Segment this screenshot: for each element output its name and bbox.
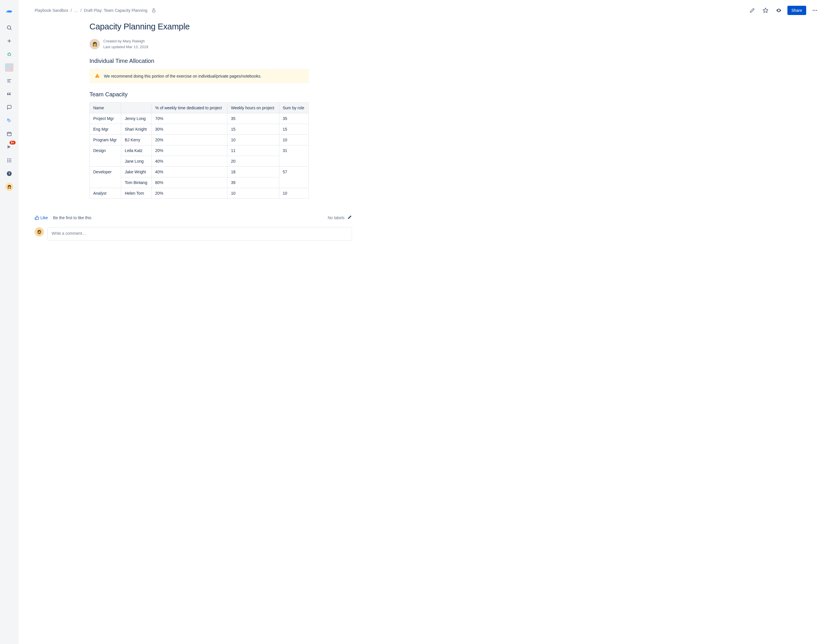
breadcrumb-separator: / (81, 8, 82, 13)
confluence-logo[interactable] (3, 6, 15, 17)
app-switcher-icon[interactable] (3, 154, 15, 166)
cell-sum: 10 (279, 188, 309, 199)
breadcrumb-ellipsis[interactable]: … (74, 8, 78, 13)
svg-rect-31 (152, 10, 155, 12)
section-team-heading: Team Capacity (89, 91, 309, 98)
th-name: Name (90, 103, 121, 113)
star-icon[interactable] (761, 6, 770, 15)
global-sidebar: 9+ ? 👩 (0, 0, 19, 644)
breadcrumbs: Playbook Sandbox / … / Draft Play: Team … (35, 8, 156, 13)
cell-person: Tom Bintang (121, 177, 151, 188)
cell-hours: 15 (228, 124, 279, 135)
cell-person: Jenny Long (121, 113, 151, 124)
page-title: Capacity Planning Example (89, 22, 309, 32)
svg-point-24 (9, 160, 10, 161)
note-text: We recommend doing this portion of the e… (104, 74, 261, 78)
cell-role: Design (90, 145, 121, 167)
create-icon[interactable] (3, 35, 15, 47)
cell-person: Leila Katz (121, 145, 151, 156)
search-icon[interactable] (3, 22, 15, 33)
cell-sum: 10 (279, 135, 309, 145)
page-byline: 👩 Created by Mary Raleigh Last updated M… (89, 38, 309, 49)
warning-icon (95, 73, 100, 79)
share-button[interactable]: Share (787, 6, 806, 15)
page-body: Capacity Planning Example 👩 Created by M… (89, 22, 309, 199)
quote-icon[interactable] (3, 88, 15, 100)
cell-pct: 80% (151, 177, 228, 188)
svg-line-10 (8, 56, 8, 56)
cell-hours: 35 (228, 113, 279, 124)
table-row: Design Leila Katz 20% 11 31 (90, 145, 309, 156)
svg-rect-36 (97, 75, 97, 76)
help-icon[interactable]: ? (3, 168, 15, 180)
svg-text:?: ? (8, 172, 10, 175)
table-row: Developer Jake Wright 40% 18 57 (90, 167, 309, 177)
like-label: Like (40, 215, 48, 220)
svg-point-26 (7, 162, 8, 162)
cell-hours: 10 (228, 188, 279, 199)
cell-person: Shari Knight (121, 124, 151, 135)
cell-role: Program Mgr (90, 135, 121, 145)
svg-rect-4 (8, 53, 10, 56)
table-header-row: Name % of weekly time dedicated to proje… (90, 103, 309, 113)
cell-person: Jane Long (121, 156, 151, 167)
breadcrumb-separator: / (71, 8, 72, 13)
align-left-icon[interactable] (3, 75, 15, 86)
cell-sum: 35 (279, 113, 309, 124)
no-labels-text: No labels (328, 215, 344, 220)
edit-labels-icon[interactable] (347, 215, 352, 220)
table-row: Analyst Helen Tom 20% 10 10 (90, 188, 309, 199)
cell-role: Project Mgr (90, 113, 121, 124)
current-user-avatar[interactable]: 🧔 (35, 227, 44, 237)
cell-sum: 31 (279, 145, 309, 167)
more-actions-icon[interactable] (810, 6, 820, 15)
breadcrumb-page[interactable]: Draft Play: Team Capacity Planning (84, 8, 148, 13)
breadcrumb-space[interactable]: Playbook Sandbox (35, 8, 68, 13)
svg-point-22 (10, 158, 11, 159)
space-shortcut-icon[interactable] (3, 62, 15, 73)
main-content: Playbook Sandbox / … / Draft Play: Team … (19, 0, 831, 644)
cell-role: Analyst (90, 188, 121, 199)
cell-pct: 40% (151, 156, 228, 167)
svg-line-8 (8, 53, 8, 54)
note-panel: We recommend doing this portion of the e… (89, 69, 309, 83)
th-pct: % of weekly time dedicated to project (151, 103, 228, 113)
svg-point-15 (8, 119, 8, 120)
cell-person: BJ Kerry (121, 135, 151, 145)
watch-icon[interactable] (774, 6, 783, 15)
comment-composer: 🧔 Write a comment… (35, 227, 352, 240)
svg-rect-16 (7, 132, 11, 136)
table-row: Program Mgr BJ Kerry 20% 10 10 (90, 135, 309, 145)
calendar-icon[interactable] (3, 128, 15, 140)
table-row: Jane Long 40% 20 (90, 156, 309, 167)
svg-point-33 (813, 10, 813, 11)
cell-role: Eng Mgr (90, 124, 121, 135)
profile-avatar[interactable]: 👩 (3, 181, 15, 192)
comment-input[interactable]: Write a comment… (47, 227, 352, 240)
comment-icon[interactable] (3, 102, 15, 113)
label-icon[interactable] (3, 115, 15, 126)
cell-pct: 20% (151, 188, 228, 199)
cell-pct: 20% (151, 145, 228, 156)
table-row: Project Mgr Jenny Long 70% 35 35 (90, 113, 309, 124)
like-status-text: Be the first to like this (53, 215, 91, 220)
svg-point-21 (9, 158, 10, 159)
like-button[interactable]: Like (35, 215, 48, 220)
notifications-icon[interactable]: 9+ (3, 142, 15, 153)
svg-point-27 (9, 162, 10, 162)
svg-rect-37 (97, 76, 97, 77)
created-by-text: Created by Mary Raleigh (103, 38, 148, 44)
page-footer: Like Be the first to like this No labels (35, 215, 352, 220)
last-updated-text: Last updated Mar 13, 2019 (103, 44, 148, 50)
topbar: Playbook Sandbox / … / Draft Play: Team … (35, 0, 820, 22)
svg-point-23 (7, 160, 8, 161)
cell-hours: 18 (228, 167, 279, 177)
bug-icon[interactable] (3, 48, 15, 60)
section-individual-heading: Individual Time Allocation (89, 58, 309, 64)
unlocked-icon[interactable] (151, 8, 156, 13)
table-row: Eng Mgr Shari Knight 30% 15 15 (90, 124, 309, 135)
author-avatar[interactable]: 👩 (89, 39, 100, 49)
cell-pct: 70% (151, 113, 228, 124)
cell-hours: 20 (228, 156, 279, 167)
edit-icon[interactable] (748, 6, 757, 15)
